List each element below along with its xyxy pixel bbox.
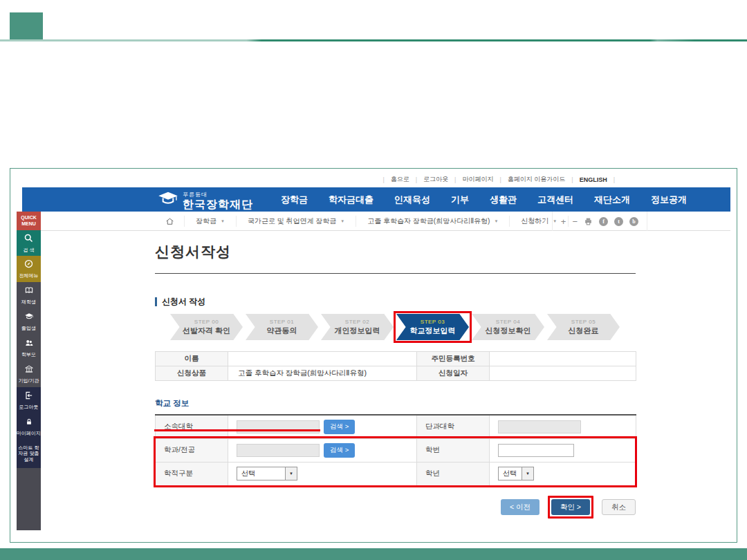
- sidebar-item-label: 학부모: [21, 352, 36, 357]
- confirm-button[interactable]: 확인 >: [551, 499, 590, 515]
- sidebar-item-smart-plan[interactable]: 스마트 학자금 맞춤설계: [17, 440, 41, 468]
- department-cell: 검색 >: [228, 438, 417, 462]
- step-02-personal-info[interactable]: STEP 02개인정보입력: [321, 314, 394, 340]
- step-number: STEP 04: [496, 319, 520, 325]
- step-number: STEP 01: [270, 319, 294, 325]
- enroll-status-cell: 선택▼: [228, 462, 417, 485]
- enroll-status-select[interactable]: 선택▼: [237, 467, 297, 480]
- chevron-down-icon: ▼: [494, 219, 498, 223]
- sidebar-item-parents[interactable]: 학부모: [17, 335, 41, 361]
- facebook-icon[interactable]: f: [599, 217, 608, 226]
- enroll-status-label: 학적구분: [156, 462, 228, 485]
- search-icon: [24, 233, 34, 248]
- rrn-value: [490, 352, 636, 366]
- chevron-down-icon: ▼: [522, 467, 533, 480]
- nav-menu: 장학금 학자금대출 인재육성 기부 생활관 고객센터 재단소개 정보공개: [277, 187, 691, 212]
- font-zoom-out-button[interactable]: −: [572, 217, 578, 226]
- bank-icon: [24, 364, 35, 378]
- home-icon[interactable]: [164, 217, 184, 226]
- browser-capture-frame: | 홈으로 | 로그아웃 | 마이페이지 | 홈페이지 이용가이드 | ENGL…: [10, 168, 737, 543]
- link-english[interactable]: ENGLISH: [573, 176, 614, 183]
- grade-select[interactable]: 선택▼: [498, 467, 534, 480]
- sidebar-item-mypage[interactable]: 마이페이지: [17, 413, 41, 440]
- step-03-school-info-active[interactable]: STEP 03학교정보입력: [396, 314, 469, 340]
- university-label: 소속대학: [156, 415, 228, 438]
- sidebar-item-label: 기업/기관: [19, 378, 39, 384]
- breadcrumb-item-scholarship[interactable]: 장학금▼: [184, 216, 236, 227]
- nav-item-customer-center[interactable]: 고객센터: [533, 194, 578, 206]
- university-input: [237, 420, 320, 433]
- link-logout[interactable]: 로그아웃: [417, 175, 454, 184]
- step-05-complete[interactable]: STEP 05신청완료: [547, 314, 620, 340]
- print-icon[interactable]: [584, 217, 593, 226]
- logo-tagline: 푸른등대: [183, 192, 253, 198]
- font-zoom-in-button[interactable]: +: [561, 217, 566, 226]
- sidebar-item-logout[interactable]: 로그아웃: [17, 387, 41, 413]
- department-search-button[interactable]: 검색 >: [324, 443, 355, 458]
- step-04-review[interactable]: STEP 04신청정보확인: [472, 314, 544, 340]
- product-value: 고졸 후학습자 장학금(희망사다리Ⅱ유형): [228, 366, 417, 381]
- sidebar-filler: [17, 468, 41, 530]
- link-guide[interactable]: 홈페이지 이용가이드: [501, 175, 572, 184]
- college-input: [498, 420, 581, 433]
- sidebar-item-search[interactable]: 검 색: [17, 230, 41, 256]
- breadcrumb-bar: 장학금▼ 국가근로 및 취업연계 장학금▼ 고졸 후학습자 장학금(희망사다리Ⅱ…: [41, 212, 730, 231]
- step-number: STEP 02: [345, 319, 369, 325]
- page-corner-accent: [10, 12, 43, 40]
- table-row: 소속대학 검색 > 단과대학: [156, 415, 636, 438]
- step-00-eligibility[interactable]: STEP 00선발자격 확인: [170, 314, 243, 340]
- sidebar-item-label: 로그아웃: [19, 404, 39, 410]
- breadcrumb-label: 국가근로 및 취업연계 장학금: [248, 216, 336, 226]
- nav-item-scholarship[interactable]: 장학금: [277, 194, 312, 206]
- table-row: 이름 주민등록번호: [156, 352, 636, 366]
- step-number: STEP 03: [421, 319, 445, 325]
- sidebar-item-corporations[interactable]: 기업/기관: [17, 361, 41, 387]
- open-book-icon: [24, 286, 35, 299]
- form-section-header: 신청서 작성: [155, 296, 205, 308]
- university-cell: 검색 >: [228, 415, 417, 438]
- step-01-terms[interactable]: STEP 01약관동의: [246, 314, 318, 340]
- graduation-cap-icon: [24, 312, 35, 326]
- nav-item-loan[interactable]: 학자금대출: [324, 194, 378, 206]
- university-search-button[interactable]: 검색 >: [324, 420, 355, 434]
- main-navbar: 푸른등대 한국장학재단 장학금 학자금대출 인재육성 기부 생활관 고객센터 재…: [22, 187, 730, 212]
- department-input: [237, 444, 320, 457]
- step-wrap: STEP 00선발자격 확인: [170, 314, 243, 340]
- student-number-input[interactable]: [498, 444, 574, 457]
- breadcrumb-item-program[interactable]: 고졸 후학습자 장학금(희망사다리Ⅱ유형)▼: [356, 216, 509, 227]
- previous-button[interactable]: < 이전: [501, 499, 540, 515]
- nav-item-donation[interactable]: 기부: [447, 194, 473, 206]
- chevron-down-icon: ▼: [340, 219, 344, 223]
- sidebar-item-all-menu[interactable]: 전체메뉴: [17, 256, 41, 282]
- sidebar-item-label: 졸업생: [21, 326, 36, 331]
- nav-item-disclosure[interactable]: 정보공개: [647, 194, 691, 206]
- select-value: 선택: [237, 469, 255, 478]
- link-home[interactable]: 홈으로: [385, 175, 416, 184]
- step-number: STEP 00: [194, 319, 219, 325]
- step-wrap: STEP 01약관동의: [246, 314, 318, 340]
- blog-icon[interactable]: b: [629, 217, 638, 226]
- footer-buttons: < 이전 확인 > 취소: [155, 496, 636, 519]
- kosaf-logo[interactable]: 푸른등대 한국장학재단: [158, 191, 253, 210]
- step-wrap-annotated: STEP 03학교정보입력: [396, 314, 469, 340]
- link-mypage[interactable]: 마이페이지: [456, 175, 499, 184]
- twitter-icon[interactable]: t: [614, 217, 623, 226]
- school-info-section-label: 학교 정보: [155, 398, 189, 409]
- sidebar-item-enrolled-students[interactable]: 재학생: [17, 282, 41, 308]
- cancel-button[interactable]: 취소: [602, 499, 636, 515]
- nav-item-talent[interactable]: 인재육성: [390, 194, 434, 206]
- breadcrumb-item-work-study[interactable]: 국가근로 및 취업연계 장학금▼: [236, 216, 356, 227]
- step-wrap: STEP 02개인정보입력: [321, 314, 394, 340]
- title-divider: [155, 273, 636, 274]
- step-label: 신청완료: [569, 326, 599, 336]
- step-label: 개인정보입력: [335, 326, 380, 336]
- sidebar-item-graduates[interactable]: 졸업생: [17, 308, 41, 335]
- nav-item-about[interactable]: 재단소개: [590, 194, 634, 206]
- nav-item-dormitory[interactable]: 생활관: [486, 194, 521, 206]
- name-value: [228, 352, 417, 366]
- logo-name: 한국장학재단: [183, 198, 253, 210]
- page-top-divider: [0, 39, 747, 41]
- compass-icon: [24, 259, 34, 273]
- date-value: [490, 366, 636, 381]
- department-label: 학과/전공: [156, 438, 228, 462]
